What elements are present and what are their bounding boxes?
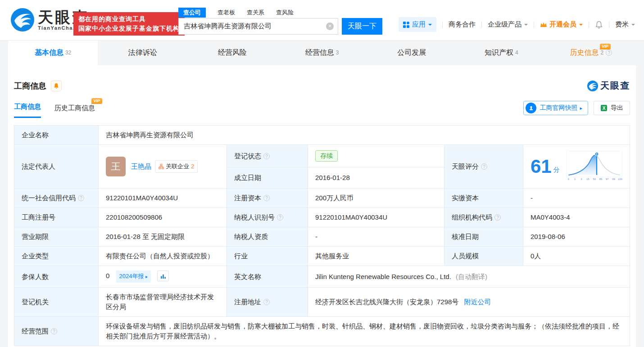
nav-apps-button[interactable]: 应用 [399, 17, 436, 32]
legal-rep-label: 法定代表人 [14, 145, 99, 189]
company-type-label: 企业类型 [14, 247, 99, 266]
crown-icon [540, 22, 547, 28]
status-label: 登记状态? [227, 145, 308, 167]
score-distribution-chart: 0 1 3 15 50 85 97 99 100 [566, 149, 622, 184]
address-cell: 经济开发区长吉北线兴隆大街（安龙泉）7298号 附近公司 [308, 288, 630, 317]
search-tab-boss[interactable]: 查老板 [218, 9, 235, 17]
trend-chart-icon[interactable] [157, 270, 169, 281]
slogan-line-2: 国家中小企业发展子基金旗下机构 [78, 24, 180, 33]
tab-operation-risk[interactable]: 经营风险 [187, 41, 277, 65]
subtab-history-business-info[interactable]: VIP 历史工商信息 [54, 104, 95, 118]
help-icon[interactable]: ? [263, 299, 270, 305]
search-button[interactable]: 天眼一下 [342, 18, 382, 35]
vip-badge: VIP [91, 98, 102, 104]
related-companies-count: 2 [191, 162, 194, 171]
approved-value: 2019-08-06 [523, 227, 630, 247]
svg-text:100: 100 [618, 178, 622, 180]
vip-badge: VIP [600, 44, 611, 50]
help-icon[interactable]: ? [263, 153, 270, 159]
slogan-banner: 都在用的商业查询工具 国家中小企业发展子基金旗下机构 [73, 12, 185, 36]
score-unit: 分 [553, 165, 560, 175]
taxpayer-no-label: 纳税人识别号? [227, 208, 308, 227]
official-snapshot-button[interactable]: 工商官网快照 ▸ [523, 101, 588, 115]
tab-intellectual-property[interactable]: 知识产权 4 [457, 41, 546, 65]
export-button[interactable]: X 导出 [594, 101, 630, 115]
authority-value: 长春市市场监督管理局经济技术开发区分局 [99, 288, 227, 317]
notification-bell-icon[interactable] [595, 21, 603, 29]
address-label: 注册地址? [227, 288, 308, 317]
help-icon[interactable]: ? [606, 50, 612, 56]
table-row: 企业名称 吉林省坤腾再生资源有限公司 [14, 126, 630, 145]
subtab-row: 工商信息 VIP 历史工商信息 工商官网快照 ▸ X [14, 101, 630, 118]
table-row: 经营范围? 环保设备研发与销售，废旧纺织品研发与销售，防寒大棚被加工与销售，时装… [14, 317, 630, 346]
approved-label: 核准日期 [444, 227, 523, 247]
search-tab-company[interactable]: 查公司 [178, 8, 206, 18]
tab-label: 法律诉讼 [128, 48, 157, 58]
svg-text:X: X [603, 106, 606, 111]
search-tab-relation[interactable]: 查关系 [247, 9, 264, 17]
search-input[interactable] [178, 18, 338, 35]
related-companies-badge[interactable]: 关联企业 2 [155, 160, 198, 173]
nav-enterprise[interactable]: 企业级产品 [488, 20, 528, 29]
help-icon[interactable]: ? [51, 328, 57, 334]
tab-history-info[interactable]: VIP 历史信息 2 ? [546, 41, 636, 65]
help-icon[interactable]: ? [263, 195, 270, 201]
help-icon[interactable]: ? [494, 214, 501, 221]
table-row: 企业类型 有限责任公司（自然人投资或控股） 行业 其他服务业 人员规模 0人 [14, 247, 630, 266]
tab-count: 3 [336, 50, 339, 56]
help-icon[interactable]: ? [78, 195, 84, 201]
company-tabbar: 基本信息 32 法律诉讼 经营风险 经营信息 3 公司发展 知识产权 4 VIP… [8, 41, 636, 65]
help-icon[interactable]: ? [277, 214, 283, 221]
tab-legal-lawsuits[interactable]: 法律诉讼 [98, 41, 187, 65]
subtab-business-info[interactable]: 工商信息 [14, 103, 41, 118]
insured-label: 参保人数 [14, 266, 99, 288]
tab-basic-info[interactable]: 基本信息 32 [8, 41, 98, 65]
org-code-label: 组织机构代码? [444, 208, 523, 227]
svg-text:97: 97 [606, 178, 608, 180]
annual-report-chip[interactable]: 2024年报 ▸ [116, 270, 151, 283]
divider [534, 21, 534, 28]
svg-text:1: 1 [574, 178, 576, 180]
nearby-companies-link[interactable]: 附近公司 [464, 298, 491, 306]
divider [609, 21, 609, 28]
slogan-line-1: 都在用的商业查询工具 [78, 14, 180, 24]
business-info-table: 企业名称 吉林省坤腾再生资源有限公司 法定代表人 王 王艳晶 关 [14, 125, 630, 346]
top-nav: 应用 商务合作 企业级产品 开通会员 费米 [399, 17, 635, 32]
auto-translate-note: (自动翻译) [456, 273, 487, 280]
authority-label: 登记机关 [14, 288, 99, 317]
header-buttons: 工商官网快照 ▸ X 导出 [523, 101, 630, 118]
insured-cell: 0 2024年报 ▸ [99, 266, 227, 288]
tab-company-development[interactable]: 公司发展 [367, 41, 457, 65]
nav-cooperation[interactable]: 商务合作 [449, 20, 476, 29]
svg-text:0: 0 [567, 178, 569, 180]
search-tab-risk[interactable]: 查风险 [276, 9, 294, 17]
address-value: 经济开发区长吉北线兴隆大街（安龙泉）7298号 [315, 298, 458, 306]
clear-search-icon[interactable]: × [326, 23, 334, 30]
paid-capital-label: 实缴资本 [444, 189, 523, 208]
established-value: 2016-01-28 [308, 167, 444, 189]
legal-rep-name-link[interactable]: 王艳晶 [131, 162, 151, 171]
table-row: 统一社会信用代码? 91220101MA0Y40034U 注册资本? 200万人… [14, 189, 630, 208]
established-label: 成立日期 [227, 167, 308, 189]
tab-business-info[interactable]: 经营信息 3 [277, 41, 367, 65]
avatar[interactable]: 王 [106, 157, 126, 176]
help-icon[interactable]: ? [481, 163, 487, 170]
chevron-down-icon [428, 24, 432, 27]
tab-count: 4 [515, 50, 518, 56]
nav-open-vip[interactable]: 开通会员 [540, 20, 583, 29]
excel-icon: X [600, 104, 608, 112]
tab-count: 32 [65, 50, 71, 56]
nav-user-menu[interactable]: 费米 [615, 20, 635, 29]
taxpayer-quality-label: 纳税人资质 [227, 227, 308, 247]
table-row: 法定代表人 王 王艳晶 关联企业 2 [14, 145, 630, 167]
nav-username: 费米 [615, 20, 629, 29]
nav-enterprise-label: 企业级产品 [488, 20, 522, 29]
table-row: 登记机关 长春市市场监督管理局经济技术开发区分局 注册地址? 经济开发区长吉北线… [14, 288, 630, 317]
usci-value: 91220101MA0Y40034U [99, 189, 227, 208]
related-companies-label: 关联企业 [166, 162, 189, 171]
svg-text:15: 15 [586, 178, 589, 180]
industry-value: 其他服务业 [308, 247, 444, 266]
legal-rep-cell: 王 王艳晶 关联企业 2 [99, 145, 227, 189]
monitor-bell-icon[interactable] [51, 81, 62, 91]
english-name-label: 英文名称 [227, 266, 308, 288]
